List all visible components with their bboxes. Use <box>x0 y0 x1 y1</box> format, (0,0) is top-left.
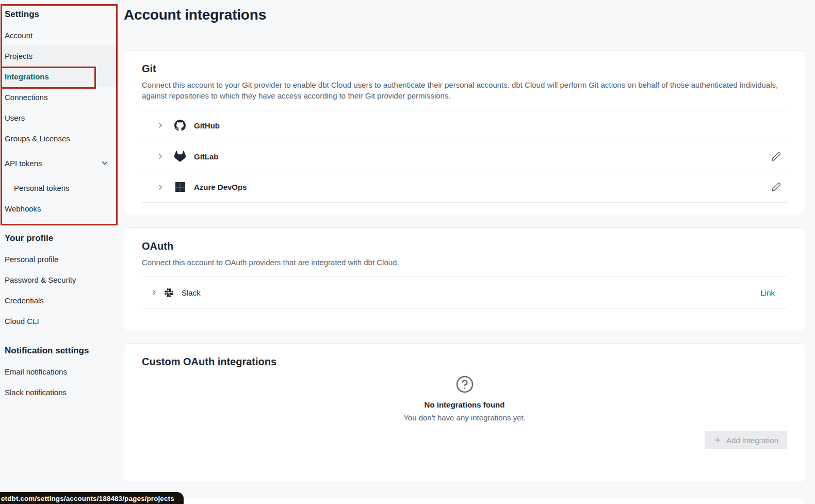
sidebar-item-cloud-cli[interactable]: Cloud CLI <box>0 311 119 331</box>
oauth-card-description: Connect this account to OAuth providers … <box>142 257 787 268</box>
sidebar-item-label: API tokens <box>5 159 42 168</box>
sidebar-heading-notification-settings: Notification settings <box>0 340 119 361</box>
git-provider-list: GitHub GitLab <box>142 110 787 203</box>
sidebar-item-connections[interactable]: Connections <box>0 87 119 107</box>
git-row-azure-devops[interactable]: Azure DevOps <box>142 172 787 203</box>
sidebar-heading-settings: Settings <box>0 4 119 25</box>
sidebar-item-credentials[interactable]: Credentials <box>0 290 119 311</box>
chevron-right-icon[interactable] <box>156 121 165 129</box>
oauth-provider-list: Slack Link <box>142 276 787 309</box>
next-card-partial <box>124 498 805 504</box>
git-row-github[interactable]: GitHub <box>142 110 787 141</box>
empty-state: No integrations found You don't have any… <box>142 375 787 422</box>
git-card-description: Connect this account to your Git provide… <box>142 79 787 102</box>
plus-icon <box>713 436 722 444</box>
gitlab-icon <box>174 151 186 162</box>
empty-state-title: No integrations found <box>142 400 787 409</box>
empty-state-subtitle: You don't have any integrations yet. <box>142 413 787 422</box>
sidebar-item-password-security[interactable]: Password & Security <box>0 269 119 290</box>
slack-icon <box>165 288 173 297</box>
git-card: Git Connect this account to your Git pro… <box>124 50 805 215</box>
slack-link-button[interactable]: Link <box>760 288 775 297</box>
add-integration-label: Add integration <box>726 436 778 445</box>
custom-oauth-card: Custom OAuth integrations No integration… <box>124 343 805 482</box>
oauth-card-heading: OAuth <box>142 240 787 252</box>
chevron-right-icon[interactable] <box>156 152 165 160</box>
custom-oauth-heading: Custom OAuth integrations <box>142 356 787 368</box>
oauth-card: OAuth Connect this account to OAuth prov… <box>124 227 805 331</box>
sidebar-item-slack-notifications[interactable]: Slack notifications <box>0 382 119 402</box>
git-provider-name: GitLab <box>194 152 219 161</box>
settings-sidebar: Settings Account Projects Integrations C… <box>0 0 119 402</box>
sidebar-item-account[interactable]: Account <box>0 25 119 45</box>
main-content: Account integrations Git Connect this ac… <box>124 0 805 504</box>
chevron-right-icon[interactable] <box>150 288 158 297</box>
sidebar-item-email-notifications[interactable]: Email notifications <box>0 361 119 382</box>
sidebar-item-api-tokens[interactable]: API tokens <box>0 153 119 173</box>
sidebar-item-projects[interactable]: Projects <box>0 45 119 66</box>
sidebar-item-personal-tokens[interactable]: Personal tokens <box>0 177 119 198</box>
page-title: Account integrations <box>124 7 805 23</box>
git-provider-name: Azure DevOps <box>194 183 247 191</box>
sidebar-item-users[interactable]: Users <box>0 107 119 128</box>
link-preview-tooltip: etdbt.com/settings/accounts/188483/pages… <box>0 492 184 504</box>
sidebar-item-integrations[interactable]: Integrations <box>0 66 119 87</box>
chevron-down-icon <box>100 158 109 168</box>
github-icon <box>174 120 186 131</box>
git-card-heading: Git <box>142 63 787 75</box>
azure-devops-icon <box>174 182 186 193</box>
question-circle-icon <box>455 375 474 394</box>
add-integration-button[interactable]: Add integration <box>705 431 787 449</box>
edit-icon[interactable] <box>771 182 781 192</box>
git-row-gitlab[interactable]: GitLab <box>142 141 787 172</box>
chevron-right-icon[interactable] <box>156 183 165 191</box>
edit-icon[interactable] <box>771 152 781 161</box>
sidebar-item-groups-licenses[interactable]: Groups & Licenses <box>0 128 119 149</box>
sidebar-heading-your-profile: Your profile <box>0 228 119 249</box>
sidebar-item-webhooks[interactable]: Webhooks <box>0 198 119 219</box>
oauth-provider-name: Slack <box>182 288 201 297</box>
git-provider-name: GitHub <box>194 121 220 130</box>
oauth-row-slack[interactable]: Slack Link <box>142 276 787 309</box>
sidebar-item-personal-profile[interactable]: Personal profile <box>0 249 119 269</box>
